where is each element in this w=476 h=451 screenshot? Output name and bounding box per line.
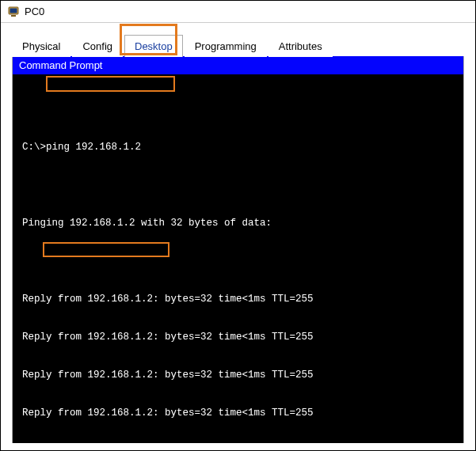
terminal-line: Reply from 192.168.1.2: bytes=32 time<1m…: [13, 293, 463, 305]
terminal-line: [13, 255, 463, 267]
tab-programming[interactable]: Programming: [185, 35, 267, 57]
terminal-line: [13, 179, 463, 191]
window-title: PC0: [25, 6, 44, 17]
tabs-bar: Physical Config Desktop Programming Attr…: [12, 34, 464, 57]
tab-config[interactable]: Config: [72, 35, 123, 57]
tab-physical[interactable]: Physical: [12, 35, 70, 57]
command-prompt-header: Command Prompt: [13, 56, 463, 74]
terminal-line: Reply from 192.168.1.2: bytes=32 time<1m…: [13, 369, 463, 381]
terminal-line: Reply from 192.168.1.2: bytes=32 time<1m…: [13, 407, 463, 419]
pc-icon: [7, 6, 20, 18]
tab-desktop[interactable]: Desktop: [124, 35, 183, 57]
terminal-output[interactable]: C:\>ping 192.168.1.2 Pinging 192.168.1.2…: [13, 74, 463, 443]
title-bar: PC0: [1, 1, 475, 23]
svg-rect-1: [10, 8, 17, 13]
highlight-box-cmd1: [46, 76, 175, 92]
terminal-line: C:\>ping 192.168.1.2: [13, 141, 463, 153]
svg-rect-2: [11, 15, 16, 17]
terminal-line: [13, 103, 463, 116]
terminal-panel: Command Prompt C:\>ping 192.168.1.2 Ping…: [12, 56, 464, 443]
tab-attributes[interactable]: Attributes: [268, 35, 333, 57]
terminal-line: Reply from 192.168.1.2: bytes=32 time<1m…: [13, 331, 463, 343]
terminal-line: Pinging 192.168.1.2 with 32 bytes of dat…: [13, 217, 463, 229]
content-area: Physical Config Desktop Programming Attr…: [1, 23, 475, 443]
